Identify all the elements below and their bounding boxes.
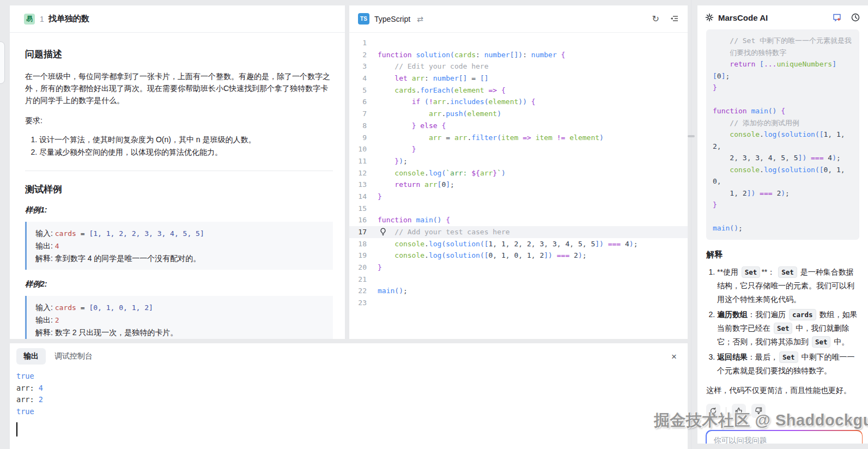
- ai-code-line: }: [713, 82, 853, 94]
- line-number: 10: [349, 143, 378, 155]
- code-line[interactable]: 22main();: [349, 285, 688, 297]
- problem-description: 在一个班级中，每位同学都拿到了一张卡片，上面有一个整数。有趣的是，除了一个数字之…: [25, 70, 333, 106]
- inline-code-chip: cards: [789, 309, 816, 320]
- tab-debug-console[interactable]: 调试控制台: [46, 348, 101, 365]
- ai-code-line: [713, 94, 853, 106]
- console-line: true: [16, 406, 688, 418]
- ai-code-line: 1, 2]) === 2);: [713, 187, 853, 199]
- line-number: 22: [349, 285, 378, 297]
- line-number: 19: [349, 250, 378, 262]
- code-line[interactable]: 16function main() {: [349, 214, 688, 226]
- watermark-text: 掘金技术社区 @ Shaddockguy: [654, 410, 868, 432]
- line-number: 2: [349, 49, 378, 61]
- line-number: 15: [349, 203, 378, 215]
- console-line: arr: 4: [16, 383, 688, 395]
- ai-code-line: function main() {: [713, 105, 853, 117]
- sample-block: 输入: cards = [1, 1, 2, 2, 3, 3, 4, 5, 5]输…: [25, 222, 333, 270]
- ai-code-line: return [...uniqueNumbers][0];: [713, 58, 853, 82]
- code-line[interactable]: 23: [349, 297, 688, 309]
- line-number: 11: [349, 155, 378, 167]
- line-number: 9: [349, 132, 378, 144]
- ai-code-line: 们要找的独特数字: [713, 47, 853, 59]
- line-number: 18: [349, 238, 378, 250]
- line-number: 13: [349, 179, 378, 191]
- ai-code-block: // Set 中剩下的唯一一个元素就是我 们要找的独特数字 return [..…: [706, 29, 859, 240]
- line-number: 7: [349, 108, 378, 120]
- inline-code-chip: Set: [779, 351, 798, 363]
- code-line[interactable]: 7 arr.push(element): [349, 108, 688, 120]
- problem-number: 1: [40, 15, 44, 23]
- panel-splitter[interactable]: [691, 0, 691, 449]
- code-line[interactable]: 4 let arr: number[] = []: [349, 72, 688, 84]
- ai-input-container: [706, 430, 863, 444]
- switch-language-icon[interactable]: ⇄: [417, 15, 423, 23]
- code-line[interactable]: 5 cards.forEach(element => {: [349, 84, 688, 96]
- output-panel: 输出 调试控制台 × truearr: 4arr: 2true: [10, 343, 688, 449]
- code-line[interactable]: 14}: [349, 191, 688, 203]
- console-output: truearr: 4arr: 2true: [10, 366, 688, 436]
- line-number: 1: [349, 37, 378, 49]
- ai-code-line: }: [713, 199, 853, 211]
- code-line[interactable]: 6 if (!arr.includes(element)) {: [349, 96, 688, 108]
- code-line[interactable]: 13 return arr[0];: [349, 179, 688, 191]
- language-label: TypeScript: [374, 15, 410, 23]
- ai-code-line: console.log(solution([1, 1, 2,: [713, 129, 853, 152]
- code-line[interactable]: 1: [349, 37, 688, 49]
- format-code-icon[interactable]: [670, 15, 679, 23]
- ai-closing-text: 这样，代码不仅更简洁，而且性能也更好。: [706, 384, 859, 396]
- inline-code-chip: Set: [774, 323, 793, 334]
- line-number: 6: [349, 96, 378, 108]
- code-line[interactable]: 18 console.log(solution([1, 1, 2, 2, 3, …: [349, 238, 688, 250]
- line-number: 12: [349, 167, 378, 179]
- code-line[interactable]: 19 console.log(solution([0, 1, 0, 1, 2])…: [349, 250, 688, 262]
- typescript-badge-icon: TS: [358, 13, 369, 25]
- history-icon[interactable]: [851, 13, 860, 22]
- code-editor[interactable]: 12function solution(cards: number[]): nu…: [349, 33, 688, 309]
- samples-container: 样例1:输入: cards = [1, 1, 2, 2, 3, 3, 4, 5,…: [25, 205, 333, 339]
- code-line[interactable]: 2function solution(cards: number[]): num…: [349, 49, 688, 61]
- ai-code-line: main();: [713, 222, 853, 234]
- sample-label: 样例2:: [25, 280, 333, 289]
- requirement-item: 设计一个算法，使其时间复杂度为 O(n)，其中 n 是班级的人数。: [39, 134, 333, 146]
- requirement-item: 尽量减少额外空间的使用，以体现你的算法优化能力。: [39, 146, 333, 159]
- code-line[interactable]: 9 arr = arr.filter(item => item != eleme…: [349, 132, 688, 144]
- tab-output[interactable]: 输出: [16, 348, 46, 365]
- difficulty-badge: 易: [24, 14, 35, 25]
- code-line[interactable]: 3 // Edit your code here: [349, 60, 688, 72]
- inline-code-chip: Set: [812, 336, 831, 348]
- new-chat-icon[interactable]: [832, 13, 842, 22]
- line-number: 21: [349, 274, 378, 286]
- code-line[interactable]: 17 // Add your test cases here: [349, 226, 688, 238]
- splitter-handle[interactable]: [688, 135, 695, 137]
- editor-header: TS TypeScript ⇄ ↻: [349, 5, 688, 33]
- close-output-icon[interactable]: ×: [668, 351, 680, 362]
- problem-header: 易 1 找单独的数: [10, 5, 345, 33]
- requirements-list: 设计一个算法，使其时间复杂度为 O(n)，其中 n 是班级的人数。尽量减少额外空…: [27, 134, 333, 159]
- code-line[interactable]: 11 });: [349, 155, 688, 167]
- code-line[interactable]: 10 }: [349, 143, 688, 155]
- code-line[interactable]: 21: [349, 274, 688, 286]
- left-drawer-handle[interactable]: [0, 41, 5, 84]
- console-line: arr: 2: [16, 394, 688, 406]
- lightbulb-icon[interactable]: [380, 228, 386, 236]
- ai-question-input[interactable]: [714, 436, 855, 444]
- ai-code-line: [713, 211, 853, 223]
- sample-label: 样例1:: [25, 205, 333, 215]
- requirements-label: 要求:: [25, 116, 333, 126]
- reset-code-icon[interactable]: ↻: [652, 14, 659, 24]
- line-number: 8: [349, 120, 378, 132]
- ai-panel-title: MarsCode AI: [718, 13, 768, 22]
- problem-title: 找单独的数: [48, 14, 89, 24]
- section-samples-title: 测试样例: [25, 183, 333, 196]
- code-line[interactable]: 15: [349, 203, 688, 215]
- line-number: 16: [349, 214, 378, 226]
- sample-block: 输入: cards = [0, 1, 0, 1, 2]输出: 2解释: 数字 2…: [25, 296, 333, 339]
- marscode-ai-panel: MarsCode AI // Set 中剩下的唯一一个元素就是我 们要找的独特数…: [697, 5, 868, 444]
- code-line[interactable]: 12 console.log(`arr: ${arr}`): [349, 167, 688, 179]
- code-line[interactable]: 8 } else {: [349, 120, 688, 132]
- marscode-logo-icon: [705, 13, 714, 22]
- line-number: 17: [349, 226, 378, 238]
- text-cursor: [16, 422, 17, 436]
- code-line[interactable]: 20}: [349, 262, 688, 274]
- ai-code-line: console.log(solution([0, 1, 0,: [713, 164, 853, 187]
